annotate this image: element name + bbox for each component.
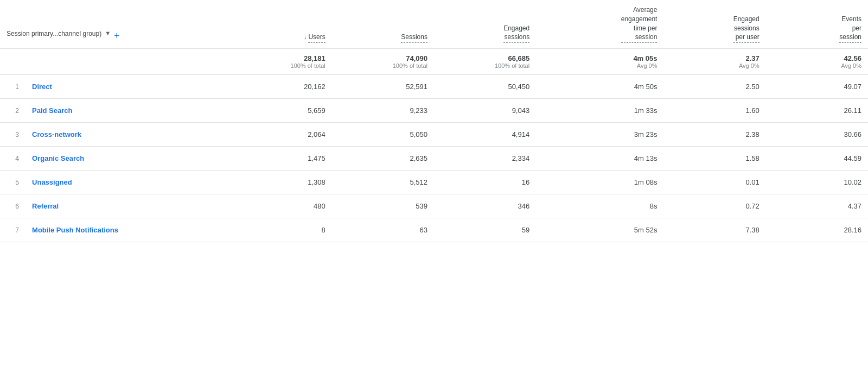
sort-desc-icon: ↓ [304, 34, 307, 40]
table-row: 7 Mobile Push Notifications 8 63 59 5m 5… [0, 218, 868, 242]
row-engaged-per-user: 1.58 [663, 147, 765, 171]
table-row: 6 Referral 480 539 346 8s 0.72 4.37 [0, 194, 868, 218]
row-number: 7 [0, 218, 25, 242]
row-engaged-per-user: 2.50 [663, 75, 765, 99]
row-events-per-session: 10.02 [766, 171, 868, 194]
row-number: 2 [0, 99, 25, 123]
sessions-label: Sessions [401, 33, 427, 43]
row-events-per-session: 30.66 [766, 123, 868, 147]
dimension-column-header[interactable]: Session primary...channel group) ▼ + [0, 0, 230, 49]
row-engaged-per-user: 7.38 [663, 218, 765, 242]
totals-engaged-sessions: 66,685 100% of total [434, 49, 536, 75]
row-engaged-per-user: 0.72 [663, 194, 765, 218]
row-users: 20,162 [230, 75, 332, 99]
row-events-per-session: 49.07 [766, 75, 868, 99]
dimension-label: Session primary...channel group) [7, 29, 101, 39]
row-events-per-session: 28.16 [766, 218, 868, 242]
users-column-header[interactable]: ↓Users [230, 0, 332, 49]
row-users: 2,064 [230, 123, 332, 147]
row-engaged-sessions: 59 [434, 218, 536, 242]
row-engaged-sessions: 346 [434, 194, 536, 218]
row-label[interactable]: Cross-network [25, 123, 229, 147]
row-number: 5 [0, 171, 25, 194]
totals-row: 28,181 100% of total 74,090 100% of tota… [0, 49, 868, 75]
table-row: 4 Organic Search 1,475 2,635 2,334 4m 13… [0, 147, 868, 171]
table-row: 2 Paid Search 5,659 9,233 9,043 1m 33s 1… [0, 99, 868, 123]
row-avg-engagement: 3m 23s [536, 123, 663, 147]
row-engaged-sessions: 50,450 [434, 75, 536, 99]
row-engaged-per-user: 0.01 [663, 171, 765, 194]
table-row: 3 Cross-network 2,064 5,050 4,914 3m 23s… [0, 123, 868, 147]
totals-events-per-session: 42.56 Avg 0% [766, 49, 868, 75]
row-number: 1 [0, 75, 25, 99]
row-avg-engagement: 1m 33s [536, 99, 663, 123]
row-sessions: 539 [332, 194, 434, 218]
engaged-per-user-column-header[interactable]: Engagedsessionsper user [663, 0, 765, 49]
row-engaged-sessions: 2,334 [434, 147, 536, 171]
engaged-per-user-label: Engagedsessionsper user [733, 15, 760, 43]
row-label[interactable]: Mobile Push Notifications [25, 218, 229, 242]
totals-users: 28,181 100% of total [230, 49, 332, 75]
dimension-dropdown-icon[interactable]: ▼ [105, 29, 111, 37]
avg-engagement-label: Averageengagementtime persession [621, 5, 658, 43]
analytics-table: Session primary...channel group) ▼ + ↓Us… [0, 0, 868, 242]
totals-label [0, 49, 230, 75]
row-avg-engagement: 4m 13s [536, 147, 663, 171]
row-sessions: 5,512 [332, 171, 434, 194]
row-avg-engagement: 4m 50s [536, 75, 663, 99]
row-label[interactable]: Direct [25, 75, 229, 99]
add-dimension-button[interactable]: + [114, 29, 120, 43]
row-sessions: 9,233 [332, 99, 434, 123]
row-users: 1,308 [230, 171, 332, 194]
row-users: 1,475 [230, 147, 332, 171]
avg-engagement-column-header[interactable]: Averageengagementtime persession [536, 0, 663, 49]
row-engaged-sessions: 9,043 [434, 99, 536, 123]
totals-sessions: 74,090 100% of total [332, 49, 434, 75]
row-avg-engagement: 5m 52s [536, 218, 663, 242]
row-sessions: 2,635 [332, 147, 434, 171]
row-users: 8 [230, 218, 332, 242]
row-engaged-sessions: 4,914 [434, 123, 536, 147]
row-avg-engagement: 8s [536, 194, 663, 218]
row-avg-engagement: 1m 08s [536, 171, 663, 194]
table-row: 1 Direct 20,162 52,591 50,450 4m 50s 2.5… [0, 75, 868, 99]
row-users: 480 [230, 194, 332, 218]
row-label[interactable]: Unassigned [25, 171, 229, 194]
row-number: 6 [0, 194, 25, 218]
row-label[interactable]: Paid Search [25, 99, 229, 123]
row-number: 4 [0, 147, 25, 171]
events-per-session-label: Eventspersession [839, 15, 861, 43]
row-sessions: 52,591 [332, 75, 434, 99]
row-sessions: 63 [332, 218, 434, 242]
engaged-sessions-label: Engagedsessions [503, 24, 529, 43]
table-row: 5 Unassigned 1,308 5,512 16 1m 08s 0.01 … [0, 171, 868, 194]
users-label: Users [308, 33, 325, 43]
totals-engaged-per-user: 2.37 Avg 0% [663, 49, 765, 75]
row-label[interactable]: Referral [25, 194, 229, 218]
row-events-per-session: 26.11 [766, 99, 868, 123]
events-per-session-column-header[interactable]: Eventspersession [766, 0, 868, 49]
row-events-per-session: 44.59 [766, 147, 868, 171]
row-sessions: 5,050 [332, 123, 434, 147]
row-engaged-sessions: 16 [434, 171, 536, 194]
row-engaged-per-user: 2.38 [663, 123, 765, 147]
sessions-column-header[interactable]: Sessions [332, 0, 434, 49]
row-users: 5,659 [230, 99, 332, 123]
row-number: 3 [0, 123, 25, 147]
row-label[interactable]: Organic Search [25, 147, 229, 171]
row-engaged-per-user: 1.60 [663, 99, 765, 123]
totals-avg-engagement: 4m 05s Avg 0% [536, 49, 663, 75]
engaged-sessions-column-header[interactable]: Engagedsessions [434, 0, 536, 49]
row-events-per-session: 4.37 [766, 194, 868, 218]
